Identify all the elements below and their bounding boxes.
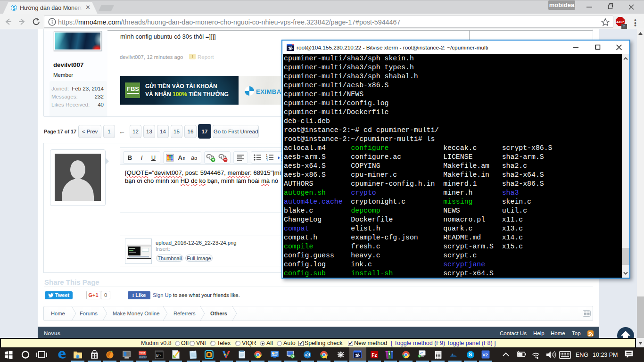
svg-text:S: S: [469, 352, 472, 357]
svg-text:a: a: [305, 353, 307, 357]
svg-text:VOICE: VOICE: [140, 352, 146, 354]
svg-text:ENG: ENG: [576, 352, 588, 358]
svg-text:10:23 PM: 10:23 PM: [593, 352, 618, 358]
svg-text:3: 3: [266, 158, 268, 162]
svg-text:MEETER: MEETER: [139, 356, 147, 358]
svg-text:V2: V2: [482, 352, 488, 357]
svg-text:Fz: Fz: [372, 353, 377, 358]
svg-text:C:\: C:\: [156, 354, 161, 357]
svg-text:ABP: ABP: [616, 20, 625, 24]
